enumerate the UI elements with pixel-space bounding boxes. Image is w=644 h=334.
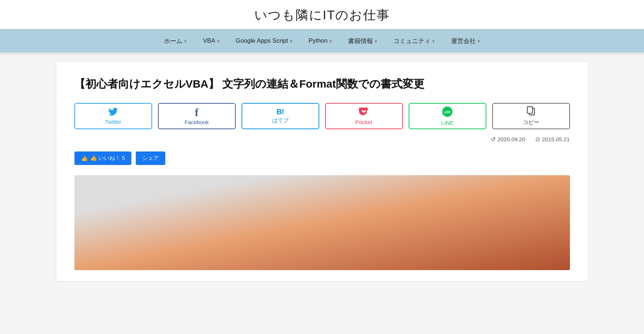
twitter-icon (108, 108, 118, 118)
chevron-down-icon: ∨ (217, 39, 220, 43)
nav-item-company[interactable]: 運営会社 ∨ (443, 29, 488, 53)
article-image (74, 175, 570, 270)
hatena-icon: B! (277, 108, 284, 116)
header-divider (0, 53, 644, 55)
updated-date: ↺ 2020.09.20 (491, 136, 525, 143)
share-small-button[interactable]: シェア (136, 151, 165, 165)
like-icon: 👍 (81, 155, 88, 162)
like-button[interactable]: 👍 👍 いいね！ 5 (74, 151, 132, 165)
facebook-icon: f (195, 107, 198, 118)
pocket-icon (359, 107, 369, 118)
chevron-down-icon: ∨ (184, 39, 187, 43)
nav-item-vba[interactable]: VBA ∨ (195, 29, 228, 53)
twitter-share-button[interactable]: Twitter (74, 103, 152, 129)
site-header: いつも隣にITのお仕事 (0, 0, 644, 29)
copy-icon (527, 106, 535, 117)
nav-bar: ホーム ∨ VBA ∨ Google Apps Script ∨ Python … (0, 29, 644, 53)
nav-item-python[interactable]: Python ∨ (301, 29, 340, 53)
nav-item-books[interactable]: 書籍情報 ∨ (340, 29, 385, 53)
nav-label-company: 運営会社 (451, 37, 476, 45)
created-date-value: 2015.05.21 (542, 136, 570, 142)
main-content: 【初心者向けエクセルVBA】 文字列の連結＆Format関数での書式変更 Twi… (56, 61, 589, 281)
facebook-label: Facebook (185, 119, 209, 125)
nav-label-community: コミュニティ (393, 37, 431, 45)
article-dates: ↺ 2020.09.20 ⊙ 2015.05.21 (74, 136, 570, 143)
update-icon: ↺ (491, 136, 495, 143)
article-title: 【初心者向けエクセルVBA】 文字列の連結＆Format関数での書式変更 (74, 76, 570, 91)
nav-label-vba: VBA (203, 37, 215, 45)
pocket-label: Pocket (355, 119, 372, 125)
chevron-down-icon: ∨ (329, 39, 332, 43)
chevron-down-icon: ∨ (432, 39, 435, 43)
chevron-down-icon: ∨ (374, 39, 377, 43)
share-buttons-row: Twitter f Facebook B! はてブ Pocket (74, 103, 570, 129)
like-row: 👍 👍 いいね！ 5 シェア (74, 151, 570, 165)
nav-label-python: Python (309, 37, 328, 45)
pocket-share-button[interactable]: Pocket (325, 103, 403, 129)
clock-icon: ⊙ (535, 136, 540, 143)
line-icon: LINE (442, 107, 452, 118)
svg-rect-3 (527, 107, 532, 113)
nav-label-gas: Google Apps Script (236, 37, 288, 45)
nav-item-home[interactable]: ホーム ∨ (156, 29, 195, 53)
twitter-label: Twitter (105, 119, 122, 125)
chevron-down-icon: ∨ (477, 39, 480, 43)
share-small-label: シェア (142, 155, 159, 161)
copy-share-button[interactable]: コピー (492, 103, 570, 129)
like-label: 👍 いいね！ 5 (90, 154, 125, 162)
svg-text:LINE: LINE (444, 111, 451, 114)
facebook-share-button[interactable]: f Facebook (158, 103, 236, 129)
updated-date-value: 2020.09.20 (497, 136, 525, 142)
nav-item-community[interactable]: コミュニティ ∨ (385, 29, 443, 53)
nav-item-gas[interactable]: Google Apps Script ∨ (228, 29, 301, 53)
nav-label-home: ホーム (164, 37, 182, 45)
chevron-down-icon: ∨ (290, 39, 293, 43)
hatena-label: はてブ (272, 117, 289, 124)
line-share-button[interactable]: LINE LINE (409, 103, 486, 129)
nav-label-books: 書籍情報 (348, 37, 373, 45)
copy-label: コピー (523, 119, 539, 126)
site-title: いつも隣にITのお仕事 (0, 7, 644, 24)
created-date: ⊙ 2015.05.21 (535, 136, 570, 143)
line-label: LINE (441, 120, 454, 126)
hatena-share-button[interactable]: B! はてブ (242, 103, 319, 129)
